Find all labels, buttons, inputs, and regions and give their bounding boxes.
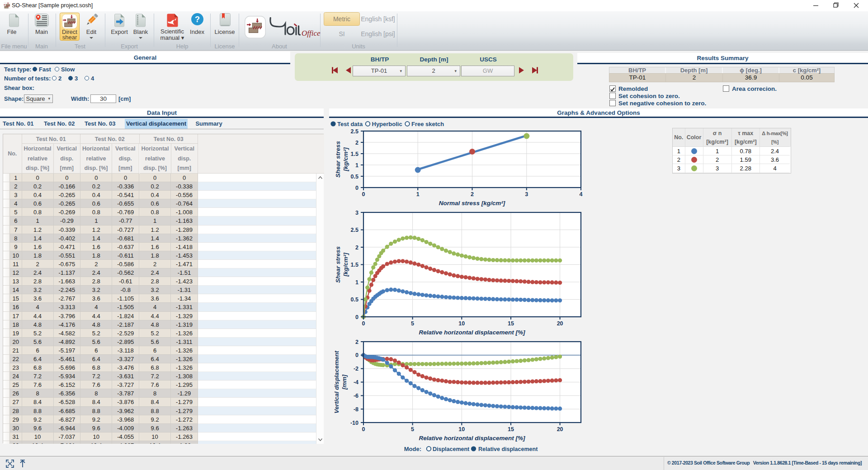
svg-text:0: 0: [355, 185, 359, 191]
svg-text:Vertical displacement: Vertical displacement: [333, 351, 340, 414]
svg-text:Free sketch: Free sketch: [411, 121, 444, 127]
svg-text:-8: -8: [354, 406, 359, 413]
svg-text:2.5: 2.5: [351, 128, 359, 135]
svg-text:0.5: 0.5: [351, 174, 359, 180]
svg-text:?: ?: [195, 15, 200, 24]
svg-text:Relative displacement: Relative displacement: [478, 446, 538, 452]
svg-text:[kg/cm²]: [kg/cm²]: [342, 147, 349, 172]
svg-text:Office: Office: [302, 29, 321, 38]
svg-text:0: 0: [362, 191, 365, 197]
svg-text:10: 10: [458, 320, 465, 327]
svg-text:Hyperbolic: Hyperbolic: [372, 121, 402, 127]
svg-text:1.5: 1.5: [351, 262, 359, 268]
svg-text:0.5: 0.5: [351, 296, 359, 303]
svg-text:15: 15: [508, 320, 514, 327]
svg-text:5: 5: [411, 426, 414, 432]
svg-text:2: 2: [355, 339, 359, 345]
svg-text:3: 3: [525, 191, 528, 197]
svg-text:Displacement: Displacement: [433, 446, 470, 452]
svg-text:1.5: 1.5: [351, 151, 359, 157]
svg-text:4: 4: [580, 191, 583, 197]
svg-text:Normal stress [kg/cm²]: Normal stress [kg/cm²]: [439, 200, 505, 207]
svg-text:Shear stress: Shear stress: [335, 141, 341, 178]
svg-text:0: 0: [362, 426, 365, 432]
svg-text:1: 1: [355, 279, 359, 286]
svg-text:20: 20: [557, 320, 563, 327]
svg-text:0: 0: [362, 320, 365, 327]
svg-text:[mm]: [mm]: [341, 374, 348, 390]
svg-text:15: 15: [508, 426, 514, 432]
svg-text:5: 5: [411, 320, 414, 327]
svg-text:-6: -6: [354, 393, 359, 399]
svg-text:2: 2: [471, 191, 474, 197]
svg-text:10: 10: [458, 426, 465, 432]
svg-text:0: 0: [355, 314, 359, 320]
svg-text:Shear stress: Shear stress: [335, 246, 341, 283]
svg-text:Relative horizontal displaceme: Relative horizontal displacement [%]: [419, 435, 525, 442]
svg-text:2.5: 2.5: [351, 227, 359, 233]
svg-text:1: 1: [416, 191, 420, 197]
svg-text:-10: -10: [350, 420, 359, 426]
svg-text:3: 3: [355, 210, 359, 216]
svg-text:Mode:: Mode:: [404, 446, 421, 452]
svg-text:Relative horizontal displaceme: Relative horizontal displacement [%]: [419, 329, 525, 336]
svg-text:1: 1: [355, 162, 359, 169]
svg-text:[kg/cm²]: [kg/cm²]: [342, 253, 349, 277]
svg-text:2: 2: [355, 244, 359, 251]
svg-text:0: 0: [355, 352, 359, 358]
svg-text:-4: -4: [354, 379, 359, 385]
svg-text:20: 20: [557, 426, 563, 432]
svg-text:-2: -2: [354, 366, 359, 372]
svg-text:Test data: Test data: [337, 121, 363, 127]
svg-text:2: 2: [355, 140, 359, 146]
